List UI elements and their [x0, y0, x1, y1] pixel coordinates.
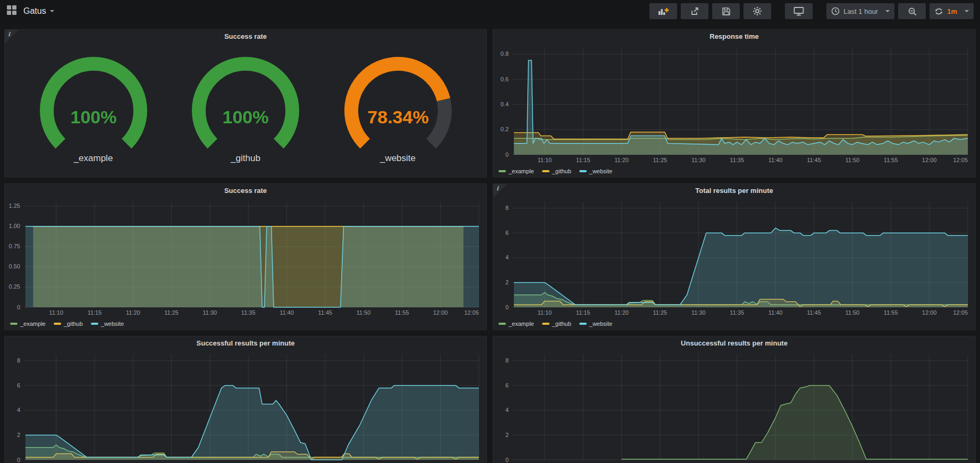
gauge-arc: 100% [182, 55, 309, 154]
panel-title[interactable]: Successful results per minute [5, 336, 486, 350]
panel-title[interactable]: Total results per minute [493, 184, 975, 198]
svg-text:0: 0 [17, 304, 20, 310]
legend-item[interactable]: _example [10, 321, 46, 327]
zoom-out-icon [908, 7, 917, 16]
svg-text:11:50: 11:50 [846, 309, 860, 316]
settings-button[interactable] [744, 3, 771, 19]
dashboard-title: Gatus [23, 6, 46, 16]
svg-text:0: 0 [17, 457, 20, 463]
svg-text:0.8: 0.8 [501, 50, 509, 57]
legend-swatch [499, 170, 506, 172]
legend-swatch [542, 170, 550, 172]
legend-label: _github [552, 168, 571, 174]
svg-text:8: 8 [505, 205, 509, 211]
time-range-label: Last 1 hour [843, 7, 878, 15]
svg-text:12:00: 12:00 [922, 309, 937, 316]
time-range-picker[interactable]: Last 1 hour [826, 3, 894, 19]
legend: _example_github_website [493, 165, 975, 177]
tv-mode-button[interactable] [785, 3, 813, 19]
legend-item[interactable]: _website [579, 321, 612, 327]
svg-text:11:25: 11:25 [164, 309, 179, 316]
svg-text:0: 0 [505, 304, 509, 310]
chart-canvas[interactable]: 0246811:1011:1511:2011:2511:3011:3511:40… [493, 198, 975, 318]
legend-item[interactable]: _github [54, 321, 83, 327]
chart-canvas[interactable]: 0246811:1011:1511:2011:2511:3011:3511:40… [5, 350, 486, 463]
refresh-interval-label: 1m [947, 7, 957, 15]
chart-canvas[interactable]: 00.250.500.751.001.2511:1011:1511:2011:2… [5, 198, 486, 318]
panel-title[interactable]: Success rate [5, 184, 486, 198]
legend-swatch [91, 323, 98, 325]
svg-text:0.6: 0.6 [501, 76, 509, 82]
legend-item[interactable]: _github [542, 168, 571, 174]
dashboard-title-dropdown[interactable]: Gatus [23, 6, 54, 16]
svg-text:8: 8 [505, 357, 509, 364]
panel-title[interactable]: Unsuccessful results per minute [493, 336, 975, 350]
svg-text:11:20: 11:20 [614, 157, 629, 163]
svg-text:11:10: 11:10 [537, 157, 552, 163]
svg-text:11:55: 11:55 [884, 157, 898, 163]
panel-title[interactable]: Response time [493, 30, 975, 44]
svg-text:100%: 100% [223, 107, 269, 127]
gauge-github: 100% _github [182, 55, 309, 164]
svg-text:11:30: 11:30 [691, 309, 706, 316]
unsuccessful-results-chart[interactable]: 0246811:1011:1511:2011:2511:3011:3511:40… [493, 350, 975, 463]
svg-text:11:25: 11:25 [653, 309, 668, 316]
svg-text:12:05: 12:05 [464, 309, 479, 316]
chart-canvas[interactable]: 0246811:1011:1511:2011:2511:3011:3511:40… [493, 350, 975, 463]
svg-text:100%: 100% [70, 107, 116, 127]
legend-swatch [10, 323, 18, 325]
svg-text:11:15: 11:15 [576, 309, 590, 316]
chevron-down-icon [50, 10, 54, 12]
chart-canvas[interactable]: 00.20.40.60.811:1011:1511:2011:2511:3011… [493, 44, 975, 165]
gauge-website: 78.34% _website [334, 55, 462, 164]
svg-text:11:45: 11:45 [807, 309, 821, 316]
dashboards-grid-icon[interactable] [6, 5, 17, 18]
svg-text:12:00: 12:00 [433, 309, 448, 316]
info-icon: i [8, 31, 10, 38]
chevron-down-icon [885, 10, 890, 12]
successful-results-chart[interactable]: 0246811:1011:1511:2011:2511:3011:3511:40… [5, 350, 486, 463]
svg-text:11:40: 11:40 [768, 157, 783, 163]
legend-item[interactable]: _website [579, 168, 612, 174]
svg-text:11:35: 11:35 [730, 309, 744, 316]
zoom-out-button[interactable] [898, 3, 926, 19]
legend-label: _example [509, 321, 534, 327]
legend: _example_github_website [5, 318, 486, 330]
svg-text:11:55: 11:55 [884, 309, 898, 316]
top-navbar: Gatus Last 1 hour 1m [0, 0, 980, 22]
svg-text:6: 6 [505, 382, 509, 389]
add-panel-button[interactable] [649, 3, 677, 19]
total-results-chart[interactable]: 0246811:1011:1511:2011:2511:3011:3511:40… [493, 198, 975, 318]
panel-response-time: Response time 00.20.40.60.811:1011:1511:… [493, 29, 976, 178]
svg-text:11:35: 11:35 [241, 309, 256, 316]
legend-item[interactable]: _website [91, 321, 124, 327]
dashboard-grid: i Success rate 100% _example 100% _githu… [0, 22, 980, 463]
svg-text:11:20: 11:20 [126, 309, 140, 316]
legend: _example_github_website [493, 318, 975, 330]
save-button[interactable] [712, 3, 740, 19]
panel-title[interactable]: Success rate [5, 30, 486, 44]
success-rate-chart[interactable]: 00.250.500.751.001.2511:1011:1511:2011:2… [5, 198, 486, 318]
response-time-chart[interactable]: 00.20.40.60.811:1011:1511:2011:2511:3011… [493, 44, 975, 165]
legend-swatch [579, 170, 587, 172]
gauge-label: _website [380, 153, 416, 164]
svg-text:0.25: 0.25 [9, 283, 20, 290]
svg-text:0.2: 0.2 [501, 126, 509, 132]
svg-text:2: 2 [505, 432, 509, 438]
legend-label: _website [589, 321, 612, 327]
svg-text:4: 4 [505, 407, 509, 413]
legend-swatch [542, 323, 550, 325]
legend-item[interactable]: _example [499, 168, 534, 174]
svg-text:2: 2 [505, 279, 509, 285]
legend-item[interactable]: _github [542, 321, 571, 327]
svg-text:6: 6 [17, 382, 20, 389]
share-button[interactable] [681, 3, 708, 19]
panel-info-corner[interactable] [5, 30, 19, 44]
panel-info-corner[interactable] [493, 184, 507, 198]
legend-item[interactable]: _example [499, 321, 534, 327]
svg-text:78.34%: 78.34% [367, 107, 428, 127]
refresh-picker[interactable]: 1m [930, 3, 974, 19]
panel-unsuccessful-results: Unsuccessful results per minute 0246811:… [493, 336, 976, 463]
legend-label: _example [509, 168, 534, 174]
svg-text:0.75: 0.75 [9, 243, 20, 249]
